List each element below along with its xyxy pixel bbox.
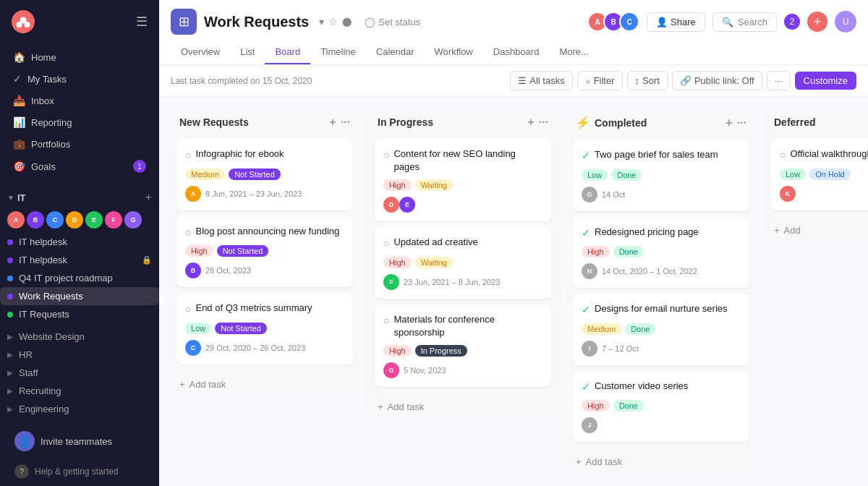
check-done-icon: ✓ xyxy=(582,149,590,163)
card-footer: B 28 Oct, 2023 xyxy=(185,263,344,278)
card-footer: J xyxy=(582,417,741,433)
tag-on-hold: On Hold xyxy=(809,169,850,180)
sidebar-item-inbox[interactable]: 📥 Inbox xyxy=(6,90,153,111)
column-completed: ⚡ Completed + ··· ✓ Two page brief for s… xyxy=(567,108,755,473)
tasks-icon: ✓ xyxy=(13,73,22,85)
svg-point-2 xyxy=(25,22,30,27)
invite-teammates-button[interactable]: 👤 Invite teammates xyxy=(6,424,153,459)
it-section-header[interactable]: ▼ IT + xyxy=(0,187,159,208)
add-column-item-icon[interactable]: + xyxy=(527,116,534,129)
add-column-item-icon[interactable]: + xyxy=(726,116,732,129)
group-label: Website Design xyxy=(19,331,85,342)
card-conference[interactable]: ○ Materials for conference sponsorship H… xyxy=(375,304,551,387)
sidebar-item-home[interactable]: 🏠 Home xyxy=(6,46,153,68)
tab-overview[interactable]: Overview xyxy=(171,40,230,64)
card-email-nurture[interactable]: ✓ Designs for email nurture series Mediu… xyxy=(573,294,749,365)
tab-list[interactable]: List xyxy=(230,40,265,64)
public-link-button[interactable]: 🔗 Public link: Off xyxy=(672,71,762,90)
tab-board[interactable]: Board xyxy=(265,40,310,64)
add-task-button[interactable]: + Add task xyxy=(369,396,557,418)
tab-workflow[interactable]: Workflow xyxy=(425,40,483,64)
card-title: ○ Infographic for ebook xyxy=(185,148,344,163)
share-more-icon[interactable]: ⬤ xyxy=(342,17,352,27)
check-icon: ○ xyxy=(185,226,191,240)
card-tags: Low Done xyxy=(582,169,741,181)
more-options-icon[interactable]: ··· xyxy=(145,292,152,301)
member-avatar: C xyxy=(619,12,639,32)
tag-low: Low xyxy=(185,323,211,334)
notification-badge[interactable]: 2 xyxy=(784,14,800,30)
avatar: D xyxy=(383,197,399,213)
add-column-item-icon[interactable]: + xyxy=(329,116,336,129)
search-box[interactable]: 🔍 Search xyxy=(712,12,777,32)
column-more-icon[interactable]: ··· xyxy=(737,116,746,129)
card-two-page-brief[interactable]: ✓ Two page brief for sales team Low Done… xyxy=(573,140,749,211)
sidebar-project-q4-roadmap[interactable]: Q4 IT project roadmap xyxy=(0,269,159,287)
sidebar-item-reporting[interactable]: 📊 Reporting xyxy=(6,111,153,133)
card-infographic[interactable]: ○ Infographic for ebook Medium Not Start… xyxy=(176,139,353,210)
card-seo-landing[interactable]: ○ Content for new SEO landing pages High… xyxy=(375,139,551,221)
team-section-name: IT xyxy=(17,192,145,203)
toolbar: Last task completed on 15 Oct, 2020 ☰ Al… xyxy=(159,65,868,97)
avatar: C xyxy=(46,211,64,229)
member-avatars: A B C xyxy=(587,12,639,32)
all-tasks-label: All tasks xyxy=(529,75,564,86)
add-task-button[interactable]: + Add task xyxy=(567,451,755,473)
check-icon: ○ xyxy=(383,236,389,251)
card-footer: I 7 – 12 Oct xyxy=(582,341,741,357)
share-button[interactable]: 👤 Share xyxy=(647,12,705,32)
sidebar-project-it-requests[interactable]: IT Requests xyxy=(0,305,159,323)
tag-waiting: Waiting xyxy=(415,179,453,191)
card-official-walkthrough[interactable]: ○ Official walkthrough candidates Low On… xyxy=(771,139,868,210)
card-customer-video[interactable]: ✓ Customer video series High Done J xyxy=(573,371,749,443)
card-blog-post[interactable]: ○ Blog post announcing new funding High … xyxy=(176,216,353,288)
sidebar-item-my-tasks[interactable]: ✓ My Tasks xyxy=(6,68,153,90)
set-status-button[interactable]: ◯ Set status xyxy=(365,17,420,27)
sidebar-project-it-helpdesk-2[interactable]: IT helpdesk 🔒 xyxy=(0,251,159,269)
sidebar-project-it-helpdesk-1[interactable]: IT helpdesk xyxy=(0,233,159,251)
tab-calendar[interactable]: Calendar xyxy=(366,40,425,64)
user-avatar[interactable]: U xyxy=(835,11,856,33)
menu-icon[interactable]: ☰ xyxy=(136,14,148,30)
project-icon: ⊞ xyxy=(171,9,197,35)
sidebar-group-hr[interactable]: ▶ HR xyxy=(0,346,159,364)
sort-label: Sort xyxy=(642,75,660,86)
tab-timeline[interactable]: Timeline xyxy=(310,40,366,64)
column-more-icon[interactable]: ··· xyxy=(539,116,548,129)
card-q3-metrics[interactable]: ○ End of Q3 metrics summary Low Not Star… xyxy=(176,293,353,364)
sidebar-group-website-design[interactable]: ▶ Website Design xyxy=(0,328,159,346)
tag-not-started: Not Started xyxy=(215,323,267,334)
link-icon: 🔗 xyxy=(680,75,692,86)
avatar: J xyxy=(582,417,597,433)
add-team-icon[interactable]: + xyxy=(145,191,152,204)
card-tags: Low On Hold xyxy=(780,169,868,180)
more-options-button[interactable]: ··· xyxy=(767,71,791,90)
sidebar-group-engineering[interactable]: ▶ Engineering xyxy=(0,400,159,418)
tab-dashboard[interactable]: Dashboard xyxy=(483,40,550,64)
sidebar-project-work-requests[interactable]: Work Requests ··· xyxy=(0,287,159,305)
tab-more[interactable]: More... xyxy=(549,40,598,64)
chevron-right-icon: ▶ xyxy=(7,333,13,341)
add-column-button[interactable]: + Add xyxy=(765,219,868,242)
sort-button[interactable]: ↕ Sort xyxy=(627,71,668,90)
card-pricing-page[interactable]: ✓ Redesigned pricing page High Done H 14… xyxy=(573,217,749,289)
column-more-icon[interactable]: ··· xyxy=(341,116,350,129)
card-ad-creative[interactable]: ○ Updated ad creative High Waiting F 23 … xyxy=(375,227,551,299)
sidebar-group-recruiting[interactable]: ▶ Recruiting xyxy=(0,382,159,400)
asana-logo xyxy=(12,10,35,33)
card-date: 8 Jun, 2021 – 23 Jun, 2023 xyxy=(205,189,302,198)
all-tasks-button[interactable]: ☰ All tasks xyxy=(510,71,572,90)
filter-button[interactable]: ⬦ Filter xyxy=(577,71,623,90)
customize-button[interactable]: Customize xyxy=(795,72,856,90)
dropdown-icon[interactable]: ▾ xyxy=(319,16,324,27)
help-button[interactable]: ? Help & getting started xyxy=(6,459,153,485)
sidebar-item-goals[interactable]: 🎯 Goals 1 xyxy=(6,155,153,178)
sidebar-item-label: Reporting xyxy=(31,117,72,128)
sidebar-group-staff[interactable]: ▶ Staff xyxy=(0,364,159,382)
sidebar-item-portfolios[interactable]: 💼 Portfolios xyxy=(6,133,153,155)
project-label: Work Requests xyxy=(19,291,83,302)
add-task-button[interactable]: + Add task xyxy=(171,373,359,396)
card-tags: Low Not Started xyxy=(185,323,344,334)
add-button[interactable]: + xyxy=(807,12,827,32)
star-icon[interactable]: ☆ xyxy=(328,16,338,27)
